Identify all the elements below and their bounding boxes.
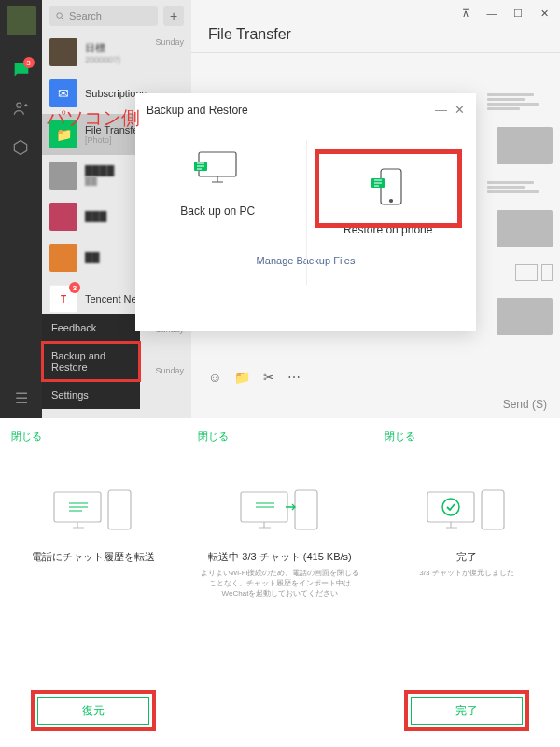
menu-backup-restore[interactable]: Backup and Restore xyxy=(42,342,140,381)
complete-illustration xyxy=(420,481,513,537)
titlebar: ⊼ — ☐ ✕ xyxy=(191,0,560,26)
svg-rect-10 xyxy=(295,490,317,529)
settings-menu: Feedback Backup and Restore Settings xyxy=(42,314,140,409)
svg-rect-11 xyxy=(427,492,474,522)
menu-feedback[interactable]: Feedback xyxy=(42,314,140,342)
add-button[interactable]: + xyxy=(163,6,184,26)
conversation-title: File Transfer xyxy=(191,26,560,52)
dialog-close-icon[interactable]: ✕ xyxy=(455,103,465,117)
folder-icon[interactable]: 📁 xyxy=(234,370,250,385)
done-button[interactable]: 完了 xyxy=(411,697,523,725)
chat-item[interactable]: 日標200000?) Sunday xyxy=(42,32,191,73)
chat-avatar: T3 xyxy=(49,285,77,313)
dialog-title: Backup and Restore xyxy=(147,104,427,117)
chat-badge: 3 xyxy=(23,57,35,68)
phone-restore-icon xyxy=(360,163,416,210)
nav-rail: 3 ☰ xyxy=(0,0,42,418)
mobile-screen-1: 閉じる 電話にチャット履歴を転送 復元 xyxy=(0,418,187,747)
maximize-icon[interactable]: ☐ xyxy=(506,3,530,23)
image-thumbnail[interactable] xyxy=(497,127,553,164)
restore-on-phone-option[interactable]: Restore on phone xyxy=(306,141,471,236)
transferring-illustration xyxy=(233,481,327,537)
chat-avatar xyxy=(49,244,77,272)
close-link[interactable]: 閉じる xyxy=(385,430,415,444)
svg-point-5 xyxy=(389,200,392,203)
send-button[interactable]: Send (S) xyxy=(503,398,547,411)
pc-backup-icon xyxy=(189,145,245,191)
close-icon[interactable]: ✕ xyxy=(532,3,556,23)
menu-settings[interactable]: Settings xyxy=(42,381,140,409)
emoji-icon[interactable]: ☺ xyxy=(208,370,221,385)
favorites-icon[interactable] xyxy=(11,138,32,159)
menu-icon[interactable]: ☰ xyxy=(15,389,28,407)
svg-point-1 xyxy=(57,12,63,18)
minimize-icon[interactable]: — xyxy=(480,3,504,23)
image-thumbnail[interactable] xyxy=(497,210,553,247)
dialog-minimize-icon[interactable]: — xyxy=(435,103,447,117)
mobile-screen-3: 閉じる 完了 3/3 チャットが復元しました 完了 xyxy=(373,418,560,747)
close-link[interactable]: 閉じる xyxy=(198,430,229,444)
mobile-screens: 閉じる 電話にチャット履歴を転送 復元 閉じる 転送中 3/3 チャット (41… xyxy=(0,418,560,747)
chat-avatar xyxy=(49,203,77,231)
close-link[interactable]: 閉じる xyxy=(11,430,42,444)
input-toolbar: ☺ 📁 ✂ ⋯ xyxy=(208,370,301,385)
chat-icon[interactable]: 3 xyxy=(11,60,32,80)
restore-button[interactable]: 復元 xyxy=(37,697,149,725)
svg-point-13 xyxy=(442,499,459,515)
contacts-icon[interactable] xyxy=(11,99,32,120)
message-thumbnails xyxy=(487,93,553,335)
chat-avatar: ✉ xyxy=(49,79,77,107)
backup-on-pc-option[interactable]: Back up on PC xyxy=(135,145,301,233)
more-icon[interactable]: ⋯ xyxy=(287,370,301,385)
svg-rect-12 xyxy=(482,490,504,529)
pin-icon[interactable]: ⊼ xyxy=(454,3,478,23)
annotation-pc-side: パソコン側 xyxy=(47,106,140,131)
scissors-icon[interactable]: ✂ xyxy=(263,370,274,385)
search-placeholder: Search xyxy=(69,10,102,21)
user-avatar[interactable] xyxy=(7,6,36,35)
svg-point-0 xyxy=(16,103,21,107)
chat-avatar xyxy=(49,38,77,66)
svg-rect-8 xyxy=(108,490,131,529)
image-thumbnail[interactable] xyxy=(497,298,553,335)
chat-avatar xyxy=(49,162,77,190)
transfer-illustration xyxy=(47,481,140,537)
backup-restore-dialog: Backup and Restore — ✕ Back up on PC xyxy=(135,93,476,331)
search-input[interactable]: Search xyxy=(49,6,158,26)
mobile-screen-2: 閉じる 転送中 3/3 チャット (415 KB/s) よりよいWi-Fi接続の… xyxy=(187,418,373,747)
